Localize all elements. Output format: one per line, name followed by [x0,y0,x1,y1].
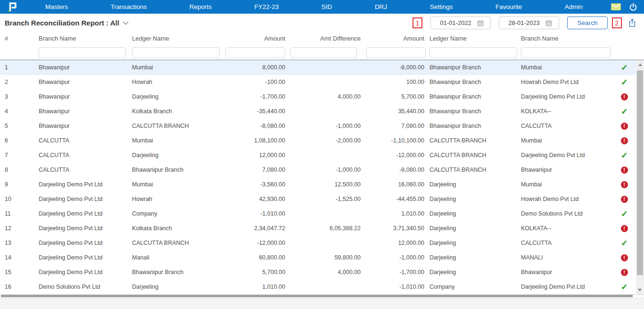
cell-status: ✓ [616,75,633,90]
header-index[interactable]: # [5,35,33,42]
error-icon: ! [621,181,628,188]
cell-branch-name-left: CALCUTTA [39,163,128,177]
check-icon: ✓ [621,151,627,160]
cell-ledger-name-right: Darjeeling [429,265,518,280]
cell-branch-name-left: Bhawanipur [39,119,128,134]
cell-status: ! [616,265,633,280]
vertical-scrollbar[interactable] [636,60,644,294]
filter-branch-name-right-input[interactable] [521,47,611,58]
cell-status: ✓ [616,148,633,163]
nav-item-transactions[interactable]: Transactions [111,3,147,10]
header-ledger-name-right[interactable]: Ledger Name [429,35,518,42]
date-from-field[interactable] [430,17,491,29]
mail-icon[interactable] [611,3,621,10]
table-row[interactable]: 3BhawanipurDarjeeling-1,700.004,000.005,… [0,90,636,104]
cell-branch-name-left: CALCUTTA [39,134,128,148]
date-to-field[interactable] [499,17,559,29]
header-amount-left[interactable]: Amount [218,35,285,42]
table-header: # Branch Name Ledger Name Amount Amt Dif… [0,32,644,46]
nav-item-favourite[interactable]: Favourite [495,3,522,10]
table-row[interactable]: 9Darjeeling Demo Pvt LtdMumbai-3,560.001… [0,177,636,192]
header-amt-difference[interactable]: Amt Difference [288,35,361,42]
cell-amt-difference: 6,05,388.22 [288,221,361,236]
table-row[interactable]: 16Demo Solutions Pvt LtdDarjeeling1,010.… [0,280,636,294]
nav-item-drj[interactable]: DRJ [375,3,387,10]
cell-amount-right: 1,010.00 [364,207,424,221]
vertical-scrollbar-thumb[interactable] [637,70,643,275]
navbar-icons [611,3,637,11]
table-row[interactable]: 14Darjeeling Demo Pvt LtdManali60,800.00… [0,251,636,265]
table-row[interactable]: 5BhawanipurCALCUTTA BRANCH-8,080.00-1,00… [0,119,636,134]
table-row[interactable]: 6CALCUTTAMumbai1,08,100.00-2,000.00-1,10… [0,134,636,148]
search-button[interactable]: Search [567,17,608,29]
header-amount-right[interactable]: Amount [364,35,424,42]
filter-amount-left-input[interactable] [225,47,285,58]
cell-ledger-name-right: Bhawanipur Branch [429,60,518,75]
cell-ledger-name-right: Bhawanipur Branch [429,119,518,134]
filter-ledger-name-left-input[interactable] [132,47,220,58]
nav-item-settings[interactable]: Settings [430,3,453,10]
error-icon: ! [621,225,628,232]
cell-ledger-name-right: CALCUTTA BRANCH [429,148,518,163]
error-icon: ! [621,93,628,100]
cell-ledger-name-left: Darjeeling [132,280,222,294]
cell-index: 1 [5,60,33,75]
cell-amt-difference [288,75,361,90]
cell-amt-difference [288,148,361,163]
table-row[interactable]: 2BhawanipurHowrah-100.00100.00Bhawanipur… [0,75,636,90]
cell-ledger-name-left: Darjeeling [132,90,222,104]
date-to-input[interactable] [506,19,542,26]
annotation-marker-1: 1 [413,17,422,28]
scroll-down-arrow-icon[interactable] [638,289,642,292]
cell-ledger-name-left: CALCUTTA BRANCH [132,119,222,134]
nav-item-fy22-23[interactable]: FY22-23 [255,3,279,10]
page-title-text: Branch Reconciliation Report : All [5,19,119,27]
table-row[interactable]: 1BhawanipurMumbai8,000.00-8,000.00Bhawan… [0,60,636,75]
table-row[interactable]: 10Darjeeling Demo Pvt LtdHowrah42,930.00… [0,192,636,207]
calendar-icon[interactable] [477,20,484,26]
date-from-input[interactable] [438,19,474,26]
table-row[interactable]: 11Darjeeling Demo Pvt LtdCompany-1,010.0… [0,207,636,221]
filter-amt-difference-input[interactable] [290,47,357,58]
table-row[interactable]: 12Darjeeling Demo Pvt LtdKolkata Branch2… [0,221,636,236]
nav-item-admin[interactable]: Admin [565,3,583,10]
header-branch-name-right[interactable]: Branch Name [521,35,613,42]
cell-ledger-name-left: Howrah [132,192,222,207]
nav-item-masters[interactable]: Masters [45,3,68,10]
cell-ledger-name-right: Darjeeling [429,207,518,221]
cell-branch-name-right: CALCUTTA [521,119,613,134]
app-logo-icon[interactable] [6,1,19,13]
cell-branch-name-right: Howrah Demo Pvt Ltd [521,75,613,90]
cell-branch-name-left: Bhawanipur [39,104,128,119]
calendar-icon[interactable] [545,20,552,26]
cell-branch-name-left: Darjeeling Demo Pvt Ltd [39,236,128,251]
filter-branch-name-left-input[interactable] [39,47,126,58]
export-icon[interactable] [628,18,636,27]
cell-index: 12 [5,221,33,236]
table-row[interactable]: 7CALCUTTADarjeeling12,000.00-12,000.00CA… [0,148,636,163]
cell-amount-left: -12,000.00 [218,236,285,251]
cell-amount-left: -100.00 [218,75,285,90]
cell-ledger-name-right: Company [429,280,518,294]
power-icon[interactable] [629,3,637,11]
cell-ledger-name-right: Darjeeling [429,192,518,207]
table-row[interactable]: 15Darjeeling Demo Pvt LtdBhawanipur Bran… [0,265,636,280]
cell-branch-name-right: Bhawanipur [521,265,613,280]
table-row[interactable]: 4BhawanipurKolkata Branch-35,440.0035,44… [0,104,636,119]
cell-branch-name-left: Darjeeling Demo Pvt Ltd [39,207,128,221]
filter-amount-right-input[interactable] [366,47,426,58]
header-ledger-name-left[interactable]: Ledger Name [132,35,222,42]
table-row[interactable]: 8CALCUTTABhawanipur Branch7,080.00-1,000… [0,163,636,177]
cell-amt-difference [288,207,361,221]
horizontal-scrollbar-thumb[interactable] [1,295,633,297]
nav-item-sid[interactable]: SID [322,3,332,10]
chevron-down-icon[interactable] [123,21,129,25]
nav-item-reports[interactable]: Reports [190,3,212,10]
cell-index: 14 [5,251,33,265]
scroll-up-arrow-icon[interactable] [638,63,642,66]
filter-ledger-name-right-input[interactable] [429,47,517,58]
cell-branch-name-right: CALCUTTA [521,236,613,251]
header-branch-name-left[interactable]: Branch Name [39,35,128,42]
cell-amount-right: 12,000.00 [364,236,424,251]
table-row[interactable]: 13Darjeeling Demo Pvt LtdCALCUTTA BRANCH… [0,236,636,251]
